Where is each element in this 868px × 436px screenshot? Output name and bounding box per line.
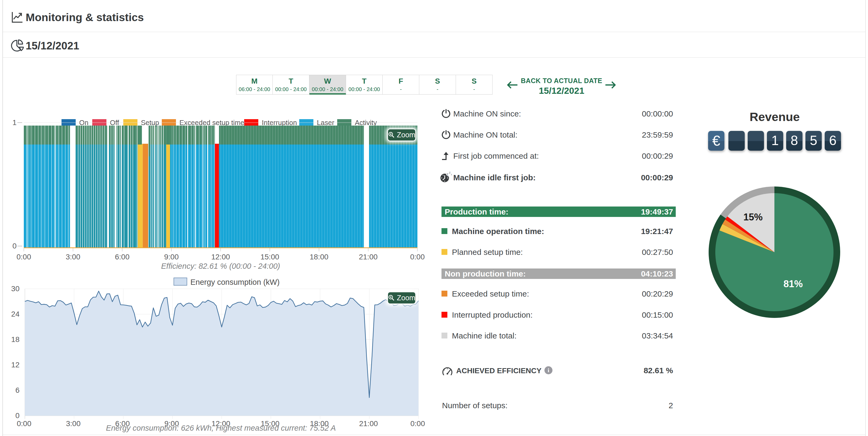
svg-text:z: z (446, 172, 448, 177)
svg-text:z: z (449, 171, 451, 174)
svg-text:z: z (451, 173, 452, 176)
